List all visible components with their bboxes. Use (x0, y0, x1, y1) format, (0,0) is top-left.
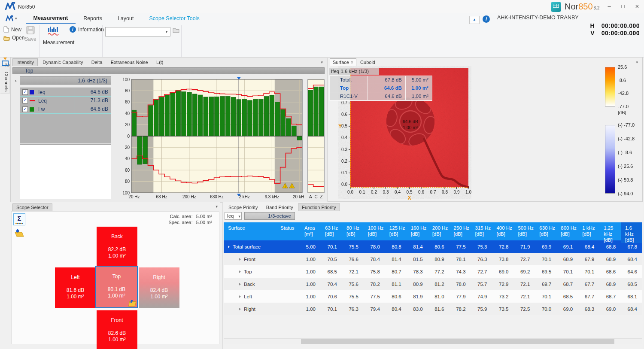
bandwidth-selector[interactable]: 1/3-octave (244, 212, 295, 220)
column-header[interactable]: Status (276, 222, 300, 243)
function-row-leq[interactable]: ✓Leq71.3 dB (20, 97, 111, 105)
panel-chevron-icon[interactable]: ▾ (216, 204, 218, 209)
ribbon-tab-layout[interactable]: Layout (110, 14, 142, 23)
brand-text: Nor8503.2 (565, 2, 600, 12)
column-header[interactable]: 125 Hz[dB] (385, 222, 407, 243)
tab-intensity[interactable]: Intensity (12, 58, 38, 66)
function-row-ieq[interactable]: ✓Ieq64.6 dB (20, 88, 111, 97)
svg-text:40: 40 (125, 156, 130, 161)
panel-chevron-icon[interactable]: ▾ (321, 60, 323, 64)
series-swatch-icon (30, 90, 34, 94)
row-value: 72.9 (492, 282, 513, 287)
scope-face-top[interactable]: Top80.1 dB1.00 m² (96, 267, 137, 307)
tab-band-priority[interactable]: Band Priority (263, 204, 297, 211)
series-swatch-icon (30, 100, 35, 101)
temporal-variability-combo[interactable]: ▾ (105, 27, 170, 36)
overlay-row-top[interactable]: Top 64.6 dB 1.00 m² (330, 84, 432, 92)
tab-extraneous-noise[interactable]: Extraneous Noise (107, 59, 152, 66)
table-row-front[interactable]: Front1.0070.576.678.481.481.580.978.176.… (224, 253, 642, 265)
expand-caret-icon[interactable] (239, 270, 241, 273)
save-button[interactable]: Save (23, 25, 38, 50)
close-tab-icon[interactable]: × (351, 60, 353, 65)
tab-lt[interactable]: L(t) (153, 59, 167, 66)
scrollbar-thumb[interactable] (301, 339, 614, 344)
measurement-label: Measurement (43, 39, 64, 46)
ribbon-tab-reports[interactable]: Reports (76, 14, 110, 23)
tab-cuboid[interactable]: Cuboid (358, 59, 378, 66)
column-header[interactable]: 100 Hz[dB] (364, 222, 385, 243)
column-header[interactable]: 500 Hz[dB] (513, 222, 535, 243)
function-row-lw[interactable]: ✓Lw64.6 dB (20, 105, 111, 114)
brand-prefix: Nor (565, 2, 578, 11)
minimize-button[interactable]: – (603, 2, 615, 11)
column-header[interactable]: 160 Hz[dB] (407, 222, 428, 243)
column-header[interactable]: 400 Hz[dB] (492, 222, 513, 243)
function-checkbox[interactable]: ✓ (22, 106, 28, 112)
svg-text:0.0: 0.0 (347, 190, 353, 194)
row-value: 78.0 (364, 244, 385, 249)
column-header[interactable]: 1.6 kHz[dB] (621, 222, 642, 243)
scope-selector-tab[interactable]: Scope Selector (12, 203, 52, 211)
ribbon-tab-measurement[interactable]: Measurement (26, 13, 76, 24)
ribbon-tab-scope-selector-tools[interactable]: Scope Selector Tools (141, 14, 207, 23)
table-row-left[interactable]: Left1.0070.675.577.580.681.981.077.974.9… (224, 290, 642, 303)
x-axis-label: X (407, 195, 411, 201)
expand-caret-icon[interactable] (239, 308, 241, 310)
column-header[interactable]: 250 Hz[dB] (450, 222, 471, 243)
scope-face-left[interactable]: Left81.6 dB1.00 m² (55, 267, 96, 308)
function-dropdown[interactable]: Ieq▾ (225, 212, 242, 220)
column-header[interactable]: 1 kHz[dB] (578, 222, 599, 243)
column-header[interactable]: 63 Hz[dB] (321, 222, 342, 243)
function-checkbox[interactable]: ✓ (22, 98, 28, 103)
column-header[interactable]: 1.25 kHz[dB] (599, 222, 621, 243)
browse-folder-button[interactable] (173, 27, 179, 33)
help-info-button[interactable]: i (483, 15, 490, 23)
channels-tab[interactable]: Channels (0, 67, 9, 94)
column-header[interactable]: 80 Hz[dB] (342, 222, 364, 243)
overlay-row-r1c1v[interactable]: R1C1-V 64.6 dB 1.00 m² (330, 92, 432, 100)
tab-function-priority[interactable]: Function Priority (298, 203, 340, 211)
ribbon-collapse-button[interactable]: ▲ (469, 16, 480, 24)
acz-chart[interactable]: ACZ (306, 77, 326, 199)
column-header[interactable]: 630 Hz[dB] (535, 222, 556, 243)
restore-button[interactable]: □ (617, 2, 629, 11)
open-button[interactable]: Open (3, 35, 24, 41)
tab-scope-priority[interactable]: Scope Priority (225, 204, 261, 211)
table-row-top[interactable]: Top1.0068.572.175.880.778.377.274.372.76… (224, 265, 642, 278)
info-icon: i (70, 26, 76, 33)
app-menu-button[interactable]: ▾ (5, 15, 17, 22)
panel-chevron-icon[interactable]: ▾ (636, 60, 638, 64)
scope-face-back[interactable]: Back82.2 dB1.00 m² (97, 227, 137, 267)
row-value: 80.8 (385, 244, 407, 249)
expand-caret-icon[interactable] (239, 295, 241, 298)
column-header[interactable]: 315 Hz[dB] (471, 222, 492, 243)
new-button[interactable]: New (3, 26, 21, 33)
expand-caret-icon[interactable] (239, 283, 241, 285)
close-button[interactable]: × (631, 2, 643, 11)
row-value: 77.5 (364, 294, 385, 299)
table-row-back[interactable]: Back1.0070.475.678.281.180.981.278.075.7… (224, 278, 642, 290)
tab-surface[interactable]: Surface× (330, 58, 356, 66)
information-button[interactable]: i Information (70, 26, 104, 33)
measurement-setup-button[interactable]: Measurement (43, 25, 64, 50)
function-checkbox[interactable]: ✓ (22, 89, 28, 95)
column-header[interactable]: Area[m²] (300, 222, 321, 243)
scope-face-right[interactable]: Right82.4 dB1.00 m² (139, 267, 179, 308)
overlay-row-total[interactable]: Total. 67.8 dB 5.00 m² (330, 76, 432, 84)
row-value: 78.2 (364, 282, 385, 287)
expand-caret-icon[interactable] (239, 258, 241, 261)
horizontal-scrollbar[interactable] (224, 338, 642, 344)
channels-icon[interactable] (1, 58, 9, 65)
spectrum-chart[interactable]: !!1008060402002040608010020 Hz63 Hz200 H… (114, 77, 304, 199)
band-header[interactable]: 1.6 kHz (1/3) (20, 76, 111, 85)
tab-delta[interactable]: Delta (88, 59, 106, 66)
note-icon (129, 302, 136, 306)
expand-caret-icon[interactable] (228, 246, 230, 248)
column-header[interactable]: 200 Hz[dB] (428, 222, 450, 243)
collapse-left-button[interactable]: ‹ (13, 77, 18, 85)
table-row-right[interactable]: Right1.0070.176.379.480.483.081.678.275.… (224, 303, 642, 315)
column-header[interactable]: Surface (224, 222, 276, 243)
tab-dynamic-capability[interactable]: Dynamic Capability (39, 59, 86, 66)
column-header[interactable]: 800 Hz[dB] (556, 222, 578, 243)
scope-face-front[interactable]: Front82.6 dB1.00 m² (97, 310, 137, 349)
